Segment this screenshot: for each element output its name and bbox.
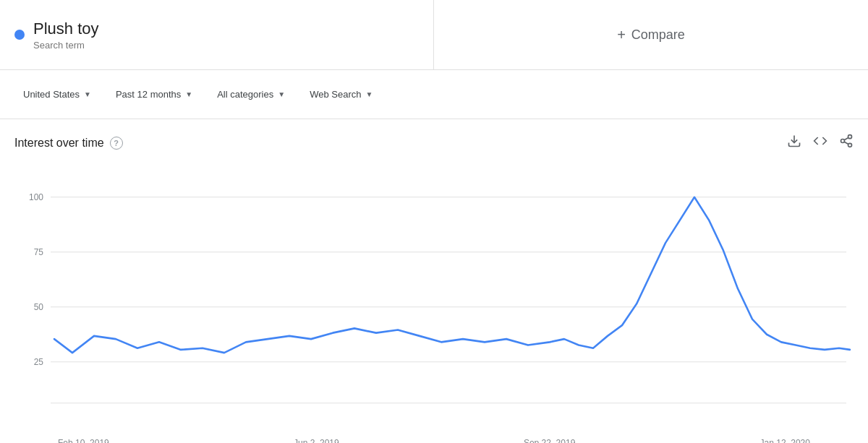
x-label-3: Sep 22, 2019 (524, 438, 575, 443)
chart-title-area: Interest over time ? (14, 137, 123, 150)
header: Plush toy Search term + Compare (0, 0, 868, 70)
svg-text:25: 25 (34, 357, 43, 367)
blue-dot-indicator (14, 30, 25, 40)
svg-line-5 (844, 137, 848, 139)
chart-actions (787, 134, 854, 152)
search-type-chevron-icon: ▼ (365, 90, 373, 98)
svg-line-4 (844, 142, 848, 144)
embed-icon[interactable] (813, 134, 827, 152)
time-range-chevron-icon: ▼ (185, 90, 192, 98)
region-label: United States (23, 89, 80, 100)
categories-label: All categories (217, 89, 273, 100)
time-range-label: Past 12 months (116, 89, 181, 100)
svg-point-2 (841, 139, 845, 143)
categories-filter[interactable]: All categories ▼ (208, 85, 294, 104)
search-type-label: Web Search (310, 89, 361, 100)
compare-label: Compare (631, 27, 685, 43)
search-type-filter[interactable]: Web Search ▼ (301, 85, 381, 104)
chart-section: Interest over time ? (0, 119, 868, 443)
region-chevron-icon: ▼ (84, 90, 91, 98)
trend-chart: 100 75 50 25 (14, 159, 854, 434)
plus-icon: + (617, 27, 626, 43)
help-icon[interactable]: ? (110, 137, 123, 150)
trend-line (54, 197, 850, 353)
chart-title: Interest over time (14, 137, 104, 150)
chart-header: Interest over time ? (14, 134, 854, 152)
svg-text:100: 100 (29, 192, 43, 202)
categories-chevron-icon: ▼ (278, 90, 285, 98)
svg-point-1 (848, 135, 852, 139)
chart-container: 100 75 50 25 (14, 159, 854, 434)
search-term-panel: Plush toy Search term (0, 0, 434, 69)
download-icon[interactable] (787, 134, 801, 152)
share-icon[interactable] (839, 134, 854, 152)
x-axis-labels: Feb 10, 2019 Jun 2, 2019 Sep 22, 2019 Ja… (14, 434, 854, 443)
term-info: Plush toy Search term (33, 20, 99, 51)
x-label-2: Jun 2, 2019 (294, 438, 339, 443)
svg-text:50: 50 (34, 302, 43, 312)
x-label-4: Jan 12, 2020 (760, 438, 810, 443)
term-name: Plush toy (33, 20, 99, 38)
svg-text:75: 75 (34, 247, 43, 257)
term-type: Search term (33, 40, 99, 51)
compare-panel[interactable]: + Compare (434, 0, 868, 69)
filters-bar: United States ▼ Past 12 months ▼ All cat… (0, 70, 868, 119)
svg-point-3 (848, 143, 852, 147)
region-filter[interactable]: United States ▼ (14, 85, 100, 104)
time-range-filter[interactable]: Past 12 months ▼ (107, 85, 201, 104)
x-label-1: Feb 10, 2019 (58, 438, 109, 443)
